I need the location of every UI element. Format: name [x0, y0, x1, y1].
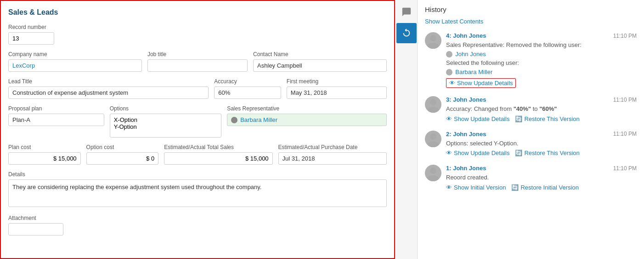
details-label: Details [8, 171, 387, 178]
eye-icon-2: 👁 [446, 150, 452, 156]
plan-cost-label: Plan cost [8, 144, 81, 150]
sales-rep-input[interactable]: Barbara Miller [227, 114, 387, 126]
entry-time-2: 11:10 PM [613, 131, 637, 137]
eye-icon-4: 👁 [449, 80, 455, 86]
restore-btn-2[interactable]: 🔄 Restore This Version [515, 150, 579, 156]
show-update-btn-4[interactable]: 👁 Show Update Details [446, 78, 516, 88]
show-initial-label-1: Show Initial Version [454, 184, 506, 191]
refresh-icon-3: 🔄 [515, 115, 522, 122]
entry-header-1: 1: John Jones 11:10 PM [446, 165, 637, 172]
entry-content-3: 3: John Jones 11:10 PM Accuracy: Changed… [446, 96, 637, 122]
attachment-input[interactable] [8, 223, 63, 236]
svg-point-2 [430, 99, 436, 105]
proposal-plan-label: Proposal plan [8, 105, 104, 112]
sales-rep-avatar-icon [231, 117, 237, 123]
contact-name-input[interactable] [253, 59, 387, 72]
entry-actions-2: 👁 Show Update Details 🔄 Restore This Ver… [446, 150, 637, 156]
entry-num-name-3[interactable]: 3: John Jones [446, 96, 486, 103]
entry-text-2: Options: selected Y-Option. [446, 139, 637, 148]
entry-time-3: 11:10 PM [613, 97, 637, 103]
company-name-label: Company name [8, 51, 142, 58]
estimated-total-input[interactable] [164, 152, 272, 165]
sidebar-icons [395, 0, 417, 259]
entry-content-1: 1: John Jones 11:10 PM Reoord created. 👁… [446, 165, 637, 191]
entry-text-3: Accuracy: Changed from "40%" to "60%" [446, 104, 637, 114]
entry-created-1: Reoord created. [446, 174, 489, 181]
restore-btn-3[interactable]: 🔄 Restore This Version [515, 115, 579, 122]
accuracy-label: Accuracy [214, 78, 281, 85]
contact-name-label: Contact Name [253, 51, 387, 58]
history-icon [401, 28, 412, 38]
avatar-3 [425, 96, 441, 113]
history-entry-1: 1: John Jones 11:10 PM Reoord created. 👁… [425, 165, 637, 191]
comment-icon-btn[interactable] [396, 2, 417, 22]
options-box: X-Option Y-Option [110, 114, 221, 138]
entry-text-4: Sales Representative: Removed the follow… [446, 40, 637, 76]
restore-initial-label-1: Restore Initial Version [520, 184, 578, 191]
history-panel: History Show Latest Contents 4: John Jon… [417, 0, 644, 259]
history-title: History [425, 6, 637, 13]
entry-header-2: 2: John Jones 11:10 PM [446, 131, 637, 138]
job-title-input[interactable] [147, 59, 248, 72]
show-latest-btn[interactable]: Show Latest Contents [425, 18, 637, 25]
restore-initial-btn-1[interactable]: 🔄 Restore Initial Version [511, 184, 578, 191]
entry-actions-4: 👁 Show Update Details [446, 78, 637, 88]
entry-num-name-4[interactable]: 4: John Jones [446, 32, 486, 39]
svg-point-5 [428, 141, 439, 147]
entry-header-4: 4: John Jones 11:10 PM [446, 32, 637, 39]
show-update-label-3: Show Update Details [454, 115, 509, 122]
entry-content-4: 4: John Jones 11:10 PM Sales Representat… [446, 32, 637, 88]
lead-title-input[interactable] [8, 86, 209, 99]
estimated-date-input[interactable] [278, 152, 387, 165]
eye-icon-1: 👁 [446, 184, 452, 191]
removed-user-link[interactable]: John Jones [455, 51, 486, 58]
svg-point-6 [430, 167, 436, 174]
entry-num-name-1[interactable]: 1: John Jones [446, 165, 486, 172]
entry-label-4: Sales Representative: [446, 41, 506, 48]
show-update-btn-3[interactable]: 👁 Show Update Details [446, 115, 509, 122]
svg-point-3 [428, 107, 439, 113]
entry-removed-text: Removed the following user: [506, 41, 582, 48]
entry-time-1: 11:10 PM [613, 165, 637, 172]
removed-user-avatar [446, 51, 452, 58]
show-update-btn-2[interactable]: 👁 Show Update Details [446, 150, 509, 156]
show-initial-btn-1[interactable]: 👁 Show Initial Version [446, 184, 506, 191]
record-number-input[interactable] [8, 32, 54, 45]
avatar-1 [425, 165, 441, 181]
option-cost-input[interactable] [86, 152, 159, 165]
lead-title-label: Lead Title [8, 78, 209, 85]
entry-text-1: Reoord created. [446, 173, 637, 182]
selected-user-link[interactable]: Barbara Miller [455, 69, 492, 75]
entry-actions-3: 👁 Show Update Details 🔄 Restore This Ver… [446, 115, 637, 122]
proposal-plan-input[interactable] [8, 114, 104, 126]
history-entry-3: 3: John Jones 11:10 PM Accuracy: Changed… [425, 96, 637, 122]
estimated-date-label: Estimated/Actual Purchase Date [278, 144, 387, 150]
restore-label-2: Restore This Version [524, 150, 579, 156]
accuracy-input[interactable] [214, 86, 281, 99]
restore-label-3: Restore This Version [524, 115, 579, 122]
panel-title: Sales & Leads [8, 8, 387, 17]
sales-rep-label: Sales Representative [227, 105, 387, 112]
entry-num-name-2[interactable]: 2: John Jones [446, 131, 486, 138]
company-name-input[interactable] [8, 59, 142, 72]
plan-cost-input[interactable] [8, 152, 81, 165]
entry-header-3: 3: John Jones 11:10 PM [446, 96, 637, 103]
entry-content-2: 2: John Jones 11:10 PM Options: selected… [446, 131, 637, 157]
sales-rep-value: Barbara Miller [240, 116, 277, 123]
refresh-icon-1: 🔄 [511, 184, 519, 191]
entry-label-3: Accuracy: [446, 105, 474, 112]
history-entry-2: 2: John Jones 11:10 PM Options: selected… [425, 131, 637, 157]
options-label: Options [110, 105, 221, 112]
svg-point-7 [428, 175, 439, 181]
history-entry-4: 4: John Jones 11:10 PM Sales Representat… [425, 32, 637, 88]
job-title-label: Job title [147, 51, 248, 58]
refresh-icon-btn[interactable] [396, 23, 417, 43]
option-1: X-Option [114, 116, 217, 123]
estimated-total-label: Estimated/Actual Total Sales [164, 144, 272, 150]
show-update-label-2: Show Update Details [454, 150, 509, 156]
entry-actions-1: 👁 Show Initial Version 🔄 Restore Initial… [446, 184, 637, 191]
first-meeting-input[interactable] [287, 86, 387, 99]
details-textarea[interactable]: They are considering replacing the expen… [8, 179, 387, 207]
entry-selected-2: selected Y-Option. [470, 140, 519, 147]
avatar-2 [425, 131, 441, 147]
